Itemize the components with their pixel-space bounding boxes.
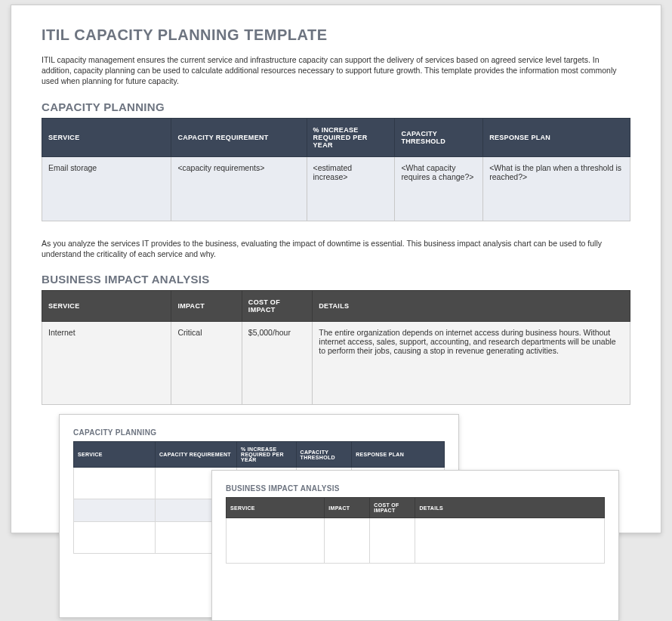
col-response: RESPONSE PLAN <box>352 442 445 468</box>
bia-table: SERVICE IMPACT COST OF IMPACT DETAILS In… <box>42 290 630 405</box>
table-header-row: SERVICE IMPACT COST OF IMPACT DETAILS <box>227 498 605 518</box>
thumb-heading: BUSINESS IMPACT ANALYSIS <box>226 484 605 493</box>
col-service: SERVICE <box>42 118 171 156</box>
cell-service: Email storage <box>42 156 171 221</box>
col-service: SERVICE <box>42 290 171 321</box>
col-cost: COST OF IMPACT <box>370 498 415 518</box>
col-details: DETAILS <box>415 498 605 518</box>
table-row: Internet Critical $5,000/hour The entire… <box>42 321 630 404</box>
table-header-row: SERVICE IMPACT COST OF IMPACT DETAILS <box>42 290 630 321</box>
table-row <box>227 518 605 564</box>
mid-paragraph: As you analyze the services IT provides … <box>42 238 630 259</box>
cell-impact: Critical <box>171 321 242 404</box>
col-requirement: CAPACITY REQUIREMENT <box>156 442 237 468</box>
col-requirement: CAPACITY REQUIREMENT <box>171 118 307 156</box>
col-impact: IMPACT <box>171 290 242 321</box>
col-cost: COST OF IMPACT <box>242 290 312 321</box>
cell-cost: $5,000/hour <box>242 321 312 404</box>
thumb-table: SERVICE IMPACT COST OF IMPACT DETAILS <box>226 497 605 564</box>
col-service: SERVICE <box>227 498 325 518</box>
col-details: DETAILS <box>313 290 630 321</box>
page-title: ITIL CAPACITY PLANNING TEMPLATE <box>42 26 630 44</box>
preview-page-bia: BUSINESS IMPACT ANALYSIS SERVICE IMPACT … <box>211 470 619 621</box>
cell-requirement: <capacity requirements> <box>171 156 307 221</box>
cell-increase: <estimated increase> <box>307 156 395 221</box>
col-response: RESPONSE PLAN <box>483 118 630 156</box>
thumb-heading: CAPACITY PLANNING <box>73 428 445 437</box>
capacity-planning-table: SERVICE CAPACITY REQUIREMENT % INCREASE … <box>42 118 630 221</box>
col-threshold: CAPACITY THRESHOLD <box>296 442 352 468</box>
col-increase: % INCREASE REQUIRED PER YEAR <box>307 118 395 156</box>
col-impact: IMPACT <box>325 498 370 518</box>
table-header-row: SERVICE CAPACITY REQUIREMENT % INCREASE … <box>74 442 445 468</box>
cell-threshold: <What capacity requires a change?> <box>395 156 483 221</box>
table-header-row: SERVICE CAPACITY REQUIREMENT % INCREASE … <box>42 118 630 156</box>
intro-text: ITIL capacity management ensures the cur… <box>42 54 630 87</box>
capacity-planning-heading: CAPACITY PLANNING <box>42 100 630 113</box>
col-service: SERVICE <box>74 442 156 468</box>
table-row: Email storage <capacity requirements> <e… <box>42 156 630 221</box>
bia-heading: BUSINESS IMPACT ANALYSIS <box>42 273 630 286</box>
cell-details: The entire organization depends on inter… <box>313 321 630 404</box>
col-threshold: CAPACITY THRESHOLD <box>395 118 483 156</box>
col-increase: % INCREASE REQUIRED PER YEAR <box>237 442 297 468</box>
cell-response: <What is the plan when a threshold is re… <box>483 156 630 221</box>
cell-service: Internet <box>42 321 171 404</box>
